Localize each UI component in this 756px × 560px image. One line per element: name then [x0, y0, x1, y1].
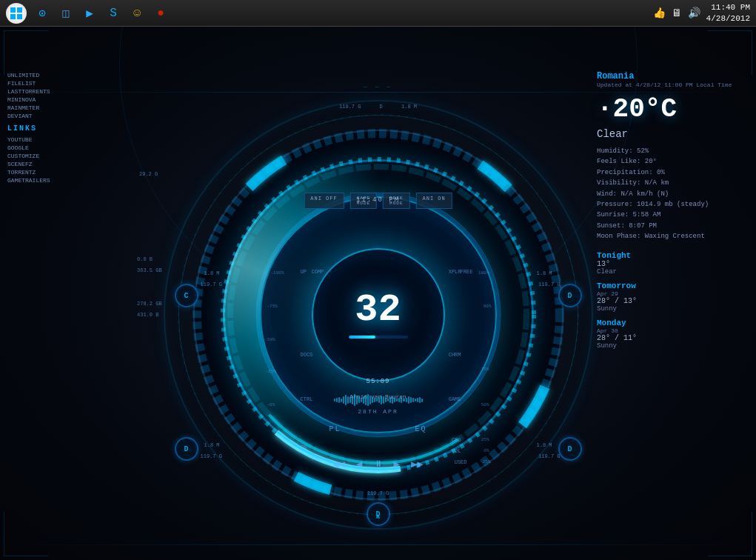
- main-area: UNLIMITED FILELIST LASTTORRENTS MININOVA…: [0, 27, 756, 560]
- wave-bar: [398, 398, 400, 402]
- links-header: LINKS: [7, 124, 126, 133]
- clock-display: 11:40 PM: [706, 2, 750, 13]
- weather-pressure: Pressure: 1014.9 mb (steady): [597, 199, 745, 210]
- link-scenefz[interactable]: SCENEFZ: [7, 160, 126, 168]
- pct-50-left: -50%: [265, 337, 275, 342]
- monday-date: Apr 30: [597, 327, 745, 334]
- weather-precipitation: Precipitation: 0%: [597, 167, 745, 178]
- taskbar: ⊙ ◫ ▶ S ☺ ● 👍 🖥 🔊 11:40 PM 4/28/2012: [0, 0, 756, 27]
- tomorrow-cond: Sunny: [597, 305, 745, 313]
- label-pl[interactable]: PL: [329, 425, 341, 433]
- weather-wind: Wind: N/A km/h (N): [597, 189, 745, 199]
- taskbar-icon-1[interactable]: ⊙: [34, 5, 50, 21]
- wave-bar: [343, 396, 344, 404]
- wave-bar: [415, 399, 416, 401]
- corner-deco-tr: [708, 30, 752, 75]
- seg-xplr: XPLR: [449, 269, 461, 275]
- link-deviant[interactable]: DEVIANT: [7, 112, 126, 120]
- tonight-label: Tonight: [597, 251, 745, 260]
- thumb-icon: 👍: [653, 7, 666, 19]
- taskbar-icon-4[interactable]: S: [105, 5, 121, 21]
- pct-25-left: -25%: [266, 369, 276, 374]
- center-progress-fill: [349, 336, 375, 339]
- btn-ani-on[interactable]: ANI ON: [416, 193, 452, 209]
- drive-val-1m-right-top: 1.8 M: [536, 270, 552, 276]
- taskbar-icon-2[interactable]: ◫: [58, 5, 74, 21]
- wave-bar: [378, 397, 380, 403]
- ctrl-btn-d-right-bottom[interactable]: D: [558, 437, 582, 461]
- btn-pause[interactable]: ⏸: [374, 459, 383, 470]
- svg-rect-1: [17, 7, 22, 13]
- corner-deco-bl: [4, 512, 48, 556]
- monday-temp: 28° / 11°: [597, 334, 745, 342]
- track-time: 55:09: [366, 378, 389, 385]
- link-youtube[interactable]: YOUTUBE: [7, 136, 126, 144]
- link-torrentz[interactable]: TORRENTZ: [7, 168, 126, 176]
- wave-bar: [403, 399, 404, 401]
- drive-val-1m-left-top: 1.8 M: [204, 270, 220, 276]
- wave-bar: [376, 399, 378, 401]
- tomorrow-temp: 28° / 13°: [597, 297, 745, 305]
- seg-cfg: CFG: [452, 437, 461, 443]
- wave-bar: [396, 399, 398, 401]
- taskbar-icon-3[interactable]: ▶: [81, 5, 98, 21]
- drive-val-119g-left-top: 119.7 G: [201, 281, 222, 287]
- btn-next[interactable]: ▶▶: [411, 458, 424, 470]
- btn-rewind[interactable]: ◀: [356, 458, 362, 470]
- svg-rect-2: [10, 14, 16, 19]
- weather-moon: Moon Phase: Waxing Crescent: [597, 231, 745, 241]
- corner-deco-br: [708, 512, 752, 556]
- weather-details: Humidity: 52% Feels Like: 20° Precipitat…: [597, 146, 745, 242]
- weather-panel: Romania Updated at 4/28/12 11:00 PM Loca…: [597, 71, 745, 350]
- link-google[interactable]: GOOGLE: [7, 144, 126, 152]
- taskbar-icon-6[interactable]: ●: [153, 5, 169, 21]
- hud-clock: 11:40 PM: [356, 196, 400, 204]
- link-filelist[interactable]: FILELIST: [7, 79, 126, 87]
- wave-bar: [383, 396, 384, 404]
- waveform: [334, 393, 423, 407]
- windows-logo[interactable]: [6, 3, 27, 24]
- sidebar-links-section: UNLIMITED FILELIST LASTTORRENTS MININOVA…: [7, 71, 126, 120]
- svg-rect-0: [10, 7, 16, 13]
- btn-prev[interactable]: ◀◀: [332, 458, 345, 470]
- seg-vol: VOL: [452, 448, 461, 454]
- pct-25-right: 25%: [481, 437, 489, 442]
- wave-bar: [374, 398, 375, 402]
- wave-bar: [387, 399, 389, 401]
- label-eq[interactable]: EQ: [415, 425, 427, 433]
- drive-val-btm-center: 119.7 G: [367, 490, 389, 496]
- taskbar-time: 11:40 PM 4/28/2012: [706, 2, 750, 24]
- monday-cond: Sunny: [597, 342, 745, 350]
- volume-icon: 🔊: [688, 7, 700, 19]
- link-customize[interactable]: CUSTOMIZE: [7, 152, 126, 160]
- seg-free: FREE: [461, 269, 473, 275]
- pct-90-right-1: 90%: [484, 304, 492, 309]
- val-2782: 278.2 GB: [137, 301, 162, 307]
- drive-val-1m-right-btm: 1.8 M: [536, 442, 552, 448]
- hud-container: C D D D D 1.8 M 119.7 G 1.8 M 119.7 G 1.…: [164, 100, 593, 530]
- link-rainmeter[interactable]: RAINMETER: [7, 104, 126, 112]
- weather-updated: Updated at 4/28/12 11:00 PM Local Time: [597, 81, 745, 88]
- link-mininova[interactable]: MININOVA: [7, 96, 126, 104]
- ctrl-btn-d-left-bottom[interactable]: D: [175, 437, 198, 461]
- link-gametrailers[interactable]: GAMETRAILERS: [7, 176, 126, 184]
- weather-sunrise: Sunrise: 5:58 AM: [597, 210, 745, 220]
- link-unlimited[interactable]: UNLIMITED: [7, 71, 126, 79]
- wave-bar: [356, 396, 358, 404]
- wave-bar: [421, 399, 423, 402]
- seg-comp: COMP: [312, 269, 324, 275]
- ctrl-btn-d-right-top[interactable]: D: [558, 284, 582, 307]
- left-sidebar: UNLIMITED FILELIST LASTTORRENTS MININOVA…: [7, 71, 126, 187]
- seg-game: GAME: [449, 396, 461, 402]
- btn-play[interactable]: ▶: [394, 458, 400, 470]
- seg-up: UP: [301, 269, 307, 275]
- seg-ctrl: CTRL: [301, 396, 313, 402]
- taskbar-icon-5[interactable]: ☺: [129, 5, 145, 21]
- ctrl-btn-c-left[interactable]: C: [175, 284, 198, 307]
- deco-line-bottom: [0, 544, 756, 545]
- wave-bar: [349, 397, 351, 403]
- pct-100-right: 100%: [478, 270, 489, 276]
- wave-bar: [385, 398, 387, 402]
- pct-0-right: 0%: [484, 448, 489, 453]
- btn-ani-off[interactable]: ANI OFF: [304, 193, 344, 209]
